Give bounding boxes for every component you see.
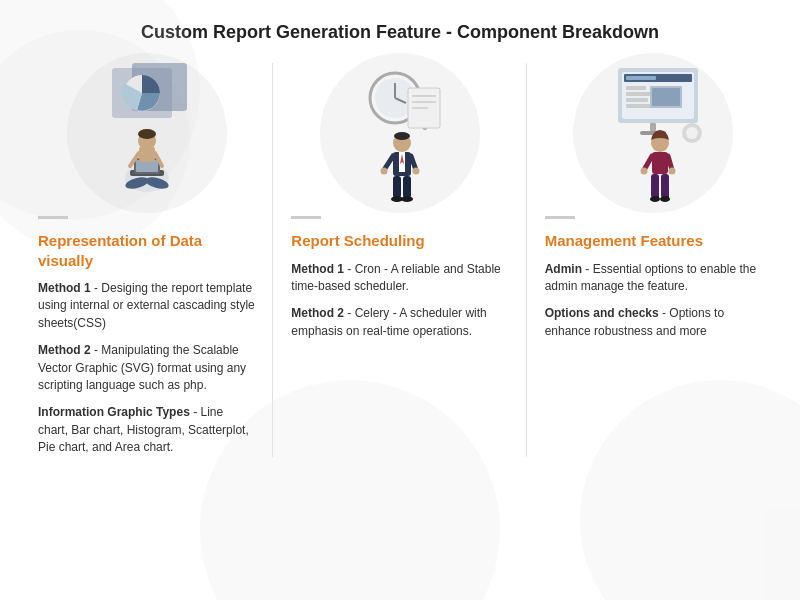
svg-rect-39 bbox=[626, 76, 656, 80]
col2-method1: Method 1 - Cron - A reliable and Stable … bbox=[291, 261, 508, 296]
col2-method2: Method 2 - Celery - A scheduler with emp… bbox=[291, 305, 508, 340]
col2-method2-label: Method 2 bbox=[291, 306, 344, 320]
col3-divider bbox=[545, 216, 575, 219]
illustration-scheduling bbox=[340, 58, 460, 203]
col-data: Representation of Data visually Method 1… bbox=[20, 53, 273, 467]
page: Custom Report Generation Feature - Compo… bbox=[0, 0, 800, 600]
svg-point-55 bbox=[669, 168, 676, 175]
col1-title: Representation of Data visually bbox=[38, 231, 255, 270]
col3-title: Management Features bbox=[545, 231, 762, 251]
svg-rect-56 bbox=[651, 174, 659, 198]
col1-method2: Method 2 - Manipulating the Scalable Vec… bbox=[38, 342, 255, 394]
svg-point-30 bbox=[380, 168, 387, 175]
svg-point-31 bbox=[412, 168, 419, 175]
col1-divider bbox=[38, 216, 68, 219]
page-header: Custom Report Generation Feature - Compo… bbox=[0, 0, 800, 53]
col1-method3-label: Information Graphic Types bbox=[38, 405, 190, 419]
svg-rect-32 bbox=[393, 176, 401, 198]
columns-container: Representation of Data visually Method 1… bbox=[0, 53, 800, 467]
col3-illustration bbox=[545, 53, 762, 208]
col-management: Management Features Admin - Essential op… bbox=[527, 53, 780, 467]
col2-method1-label: Method 1 bbox=[291, 262, 344, 276]
illustration-data bbox=[82, 58, 212, 203]
col1-illustration bbox=[38, 53, 255, 208]
svg-rect-33 bbox=[403, 176, 411, 198]
svg-point-35 bbox=[401, 196, 413, 202]
svg-point-9 bbox=[138, 129, 156, 139]
svg-rect-46 bbox=[650, 123, 656, 131]
svg-rect-40 bbox=[626, 86, 646, 90]
svg-rect-57 bbox=[661, 174, 669, 198]
col-scheduling: Report Scheduling Method 1 - Cron - A re… bbox=[273, 53, 526, 467]
svg-rect-43 bbox=[626, 104, 652, 108]
page-title: Custom Report Generation Feature - Compo… bbox=[20, 22, 780, 43]
col2-divider bbox=[291, 216, 321, 219]
svg-point-54 bbox=[641, 168, 648, 175]
svg-rect-42 bbox=[626, 98, 648, 102]
col1-method1-label: Method 1 bbox=[38, 281, 91, 295]
col3-method2-label: Options and checks bbox=[545, 306, 659, 320]
illustration-management bbox=[588, 58, 718, 203]
col3-method2: Options and checks - Options to enhance … bbox=[545, 305, 762, 340]
svg-point-49 bbox=[686, 127, 698, 139]
col3-method1: Admin - Essential options to enable the … bbox=[545, 261, 762, 296]
svg-point-24 bbox=[394, 132, 410, 140]
col3-method1-label: Admin bbox=[545, 262, 582, 276]
col1-method3: Information Graphic Types - Line chart, … bbox=[38, 404, 255, 456]
svg-rect-41 bbox=[626, 92, 654, 96]
col1-method2-label: Method 2 bbox=[38, 343, 91, 357]
col2-title: Report Scheduling bbox=[291, 231, 508, 251]
col2-illustration bbox=[291, 53, 508, 208]
col1-method1: Method 1 - Desiging the report template … bbox=[38, 280, 255, 332]
svg-rect-45 bbox=[652, 88, 680, 106]
